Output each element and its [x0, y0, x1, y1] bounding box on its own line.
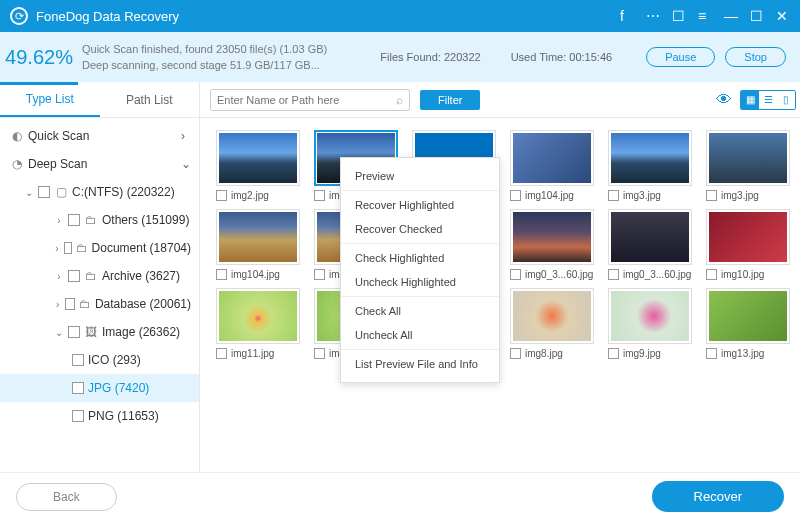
thumbnail[interactable]: img104.jpg — [216, 209, 300, 280]
checkbox[interactable] — [72, 382, 84, 394]
app-title: FoneDog Data Recovery — [36, 9, 179, 24]
tree-document[interactable]: ›🗀Document (18704) — [0, 234, 199, 262]
tree-jpg[interactable]: JPG (7420) — [0, 374, 199, 402]
checkbox[interactable] — [64, 242, 72, 254]
pause-button[interactable]: Pause — [646, 47, 715, 67]
tree-others[interactable]: ›🗀Others (151099) — [0, 206, 199, 234]
maximize-icon[interactable]: ☐ — [750, 9, 764, 23]
thumbnail[interactable]: img3.jpg — [706, 130, 790, 201]
view-list-icon[interactable]: ☰ — [759, 91, 777, 109]
tree-ico[interactable]: ICO (293) — [0, 346, 199, 374]
filter-button[interactable]: Filter — [420, 90, 480, 110]
tree-database[interactable]: ›🗀Database (20061) — [0, 290, 199, 318]
search-icon[interactable]: ⌕ — [396, 93, 403, 107]
ctx-list-info[interactable]: List Preview File and Info — [341, 352, 499, 376]
ctx-preview[interactable]: Preview — [341, 164, 499, 188]
checkbox[interactable] — [68, 270, 80, 282]
stop-button[interactable]: Stop — [725, 47, 786, 67]
footer: Back Recover — [0, 472, 800, 520]
checkbox[interactable] — [72, 354, 84, 366]
progress-area: 49.62% Quick Scan finished, found 23050 … — [0, 32, 800, 82]
checkbox[interactable] — [38, 186, 50, 198]
thumbnail[interactable]: img13.jpg — [706, 288, 790, 359]
thumbnail-grid: img2.jpg img1.jpg img104.jpg img104.jpg … — [200, 118, 800, 472]
tree-archive[interactable]: ›🗀Archive (3627) — [0, 262, 199, 290]
thumbnail[interactable]: img3.jpg — [608, 130, 692, 201]
checkbox[interactable] — [510, 190, 521, 201]
tree: ◐Quick Scan› ◔Deep Scan⌄ ⌄▢C:(NTFS) (220… — [0, 118, 199, 472]
files-found: Files Found: 220322 — [380, 51, 480, 63]
checkbox[interactable] — [72, 410, 84, 422]
checkbox[interactable] — [65, 298, 74, 310]
checkbox[interactable] — [608, 269, 619, 280]
search-input[interactable]: ⌕ — [210, 89, 410, 111]
thumbnail[interactable]: img0_3...60.jpg — [608, 209, 692, 280]
thumbnail[interactable]: img2.jpg — [216, 130, 300, 201]
thumbnail[interactable]: img0_3...60.jpg — [510, 209, 594, 280]
checkbox[interactable] — [706, 269, 717, 280]
tree-drive-c[interactable]: ⌄▢C:(NTFS) (220322) — [0, 178, 199, 206]
titlebar: ⟳ FoneDog Data Recovery f ⋯ ☐ ≡ — ☐ ✕ — [0, 0, 800, 32]
checkbox[interactable] — [68, 326, 80, 338]
feedback-icon[interactable]: ⋯ — [646, 9, 660, 23]
tree-image[interactable]: ⌄🖼Image (26362) — [0, 318, 199, 346]
toolbar: ⌕ Filter 👁 ▦ ☰ ▯ — [200, 82, 800, 118]
back-button[interactable]: Back — [16, 483, 117, 511]
tree-quick-scan[interactable]: ◐Quick Scan› — [0, 122, 199, 150]
checkbox[interactable] — [608, 348, 619, 359]
checkbox[interactable] — [314, 190, 325, 201]
progress-line1: Quick Scan finished, found 23050 file(s)… — [82, 41, 380, 58]
checkbox[interactable] — [216, 348, 227, 359]
checkbox[interactable] — [68, 214, 80, 226]
thumbnail[interactable]: img9.jpg — [608, 288, 692, 359]
checkbox[interactable] — [314, 269, 325, 280]
context-menu: Preview Recover Highlighted Recover Chec… — [340, 157, 500, 383]
ctx-uncheck-all[interactable]: Uncheck All — [341, 323, 499, 347]
thumbnail[interactable]: img10.jpg — [706, 209, 790, 280]
app-logo-icon: ⟳ — [10, 7, 28, 25]
preview-toggle-icon[interactable]: 👁 — [716, 91, 732, 109]
thumbnail[interactable]: img8.jpg — [510, 288, 594, 359]
tab-path-list[interactable]: Path List — [100, 82, 200, 117]
checkbox[interactable] — [216, 269, 227, 280]
checkbox[interactable] — [510, 348, 521, 359]
close-icon[interactable]: ✕ — [776, 9, 790, 23]
thumbnail[interactable]: img104.jpg — [510, 130, 594, 201]
tree-deep-scan[interactable]: ◔Deep Scan⌄ — [0, 150, 199, 178]
ctx-check-highlighted[interactable]: Check Highlighted — [341, 246, 499, 270]
tree-png[interactable]: PNG (11653) — [0, 402, 199, 430]
checkbox[interactable] — [314, 348, 325, 359]
view-grid-icon[interactable]: ▦ — [741, 91, 759, 109]
view-detail-icon[interactable]: ▯ — [777, 91, 795, 109]
checkbox[interactable] — [216, 190, 227, 201]
menu-icon[interactable]: ≡ — [698, 9, 712, 23]
facebook-icon[interactable]: f — [620, 9, 634, 23]
ctx-recover-checked[interactable]: Recover Checked — [341, 217, 499, 241]
cart-icon[interactable]: ☐ — [672, 9, 686, 23]
ctx-check-all[interactable]: Check All — [341, 299, 499, 323]
used-time: Used Time: 00:15:46 — [511, 51, 613, 63]
progress-line2: Deep scanning, second stage 51.9 GB/117 … — [82, 57, 380, 74]
progress-percent: 49.62% — [0, 46, 78, 69]
sidebar: Type List Path List ◐Quick Scan› ◔Deep S… — [0, 82, 200, 472]
checkbox[interactable] — [706, 348, 717, 359]
search-field[interactable] — [217, 94, 396, 106]
checkbox[interactable] — [608, 190, 619, 201]
view-toggle: ▦ ☰ ▯ — [740, 90, 796, 110]
recover-button[interactable]: Recover — [652, 481, 784, 512]
minimize-icon[interactable]: — — [724, 9, 738, 23]
ctx-uncheck-highlighted[interactable]: Uncheck Highlighted — [341, 270, 499, 294]
checkbox[interactable] — [706, 190, 717, 201]
thumbnail[interactable]: img11.jpg — [216, 288, 300, 359]
ctx-recover-highlighted[interactable]: Recover Highlighted — [341, 193, 499, 217]
tab-type-list[interactable]: Type List — [0, 82, 100, 117]
checkbox[interactable] — [510, 269, 521, 280]
